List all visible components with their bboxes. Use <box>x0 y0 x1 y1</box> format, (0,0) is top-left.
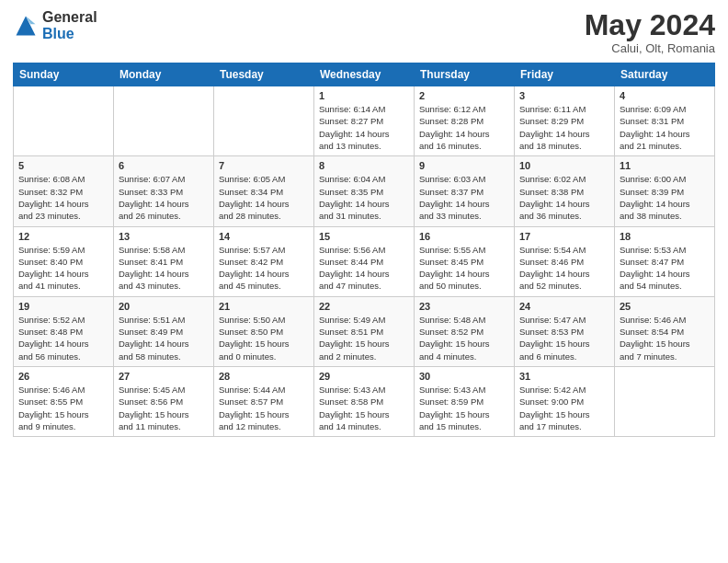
col-friday: Friday <box>515 63 615 86</box>
table-row: 18Sunrise: 5:53 AM Sunset: 8:47 PM Dayli… <box>615 226 715 296</box>
day-info: Sunrise: 5:57 AM Sunset: 8:42 PM Dayligh… <box>219 244 309 293</box>
day-number: 15 <box>319 231 409 242</box>
day-info: Sunrise: 6:09 AM Sunset: 8:31 PM Dayligh… <box>620 103 710 152</box>
table-row: 2Sunrise: 6:12 AM Sunset: 8:28 PM Daylig… <box>415 86 515 156</box>
table-row: 29Sunrise: 5:43 AM Sunset: 8:58 PM Dayli… <box>314 366 415 436</box>
col-saturday: Saturday <box>615 63 715 86</box>
logo-icon <box>13 13 39 39</box>
col-tuesday: Tuesday <box>214 63 314 86</box>
day-info: Sunrise: 5:46 AM Sunset: 8:54 PM Dayligh… <box>620 314 710 362</box>
day-info: Sunrise: 6:11 AM Sunset: 8:29 PM Dayligh… <box>519 103 609 152</box>
logo: General Blue <box>13 9 97 41</box>
calendar-table: Sunday Monday Tuesday Wednesday Thursday… <box>13 63 715 437</box>
day-number: 14 <box>219 231 309 242</box>
day-number: 22 <box>319 301 409 312</box>
day-info: Sunrise: 5:42 AM Sunset: 9:00 PM Dayligh… <box>519 384 609 432</box>
day-number: 31 <box>519 371 609 382</box>
day-number: 6 <box>119 160 209 171</box>
table-row: 3Sunrise: 6:11 AM Sunset: 8:29 PM Daylig… <box>515 86 615 156</box>
day-info: Sunrise: 6:05 AM Sunset: 8:34 PM Dayligh… <box>219 173 309 222</box>
table-row: 15Sunrise: 5:56 AM Sunset: 8:44 PM Dayli… <box>314 226 415 296</box>
calendar-week-2: 5Sunrise: 6:08 AM Sunset: 8:32 PM Daylig… <box>14 156 715 226</box>
day-info: Sunrise: 5:43 AM Sunset: 8:58 PM Dayligh… <box>319 384 409 432</box>
day-info: Sunrise: 5:54 AM Sunset: 8:46 PM Dayligh… <box>519 244 609 293</box>
table-row <box>114 86 214 156</box>
calendar-week-5: 26Sunrise: 5:46 AM Sunset: 8:55 PM Dayli… <box>14 366 715 436</box>
table-row: 25Sunrise: 5:46 AM Sunset: 8:54 PM Dayli… <box>615 296 715 366</box>
day-number: 10 <box>519 160 609 171</box>
logo-text: General Blue <box>42 9 97 41</box>
day-info: Sunrise: 5:45 AM Sunset: 8:56 PM Dayligh… <box>119 384 209 432</box>
day-number: 7 <box>219 160 309 171</box>
day-number: 28 <box>219 371 309 382</box>
day-info: Sunrise: 5:47 AM Sunset: 8:53 PM Dayligh… <box>519 314 609 362</box>
table-row: 14Sunrise: 5:57 AM Sunset: 8:42 PM Dayli… <box>214 226 314 296</box>
day-info: Sunrise: 5:48 AM Sunset: 8:52 PM Dayligh… <box>419 314 509 362</box>
day-number: 16 <box>419 231 509 242</box>
table-row: 5Sunrise: 6:08 AM Sunset: 8:32 PM Daylig… <box>14 156 114 226</box>
table-row: 12Sunrise: 5:59 AM Sunset: 8:40 PM Dayli… <box>14 226 114 296</box>
day-info: Sunrise: 6:12 AM Sunset: 8:28 PM Dayligh… <box>419 103 509 152</box>
table-row <box>615 366 715 436</box>
col-wednesday: Wednesday <box>314 63 415 86</box>
table-row: 31Sunrise: 5:42 AM Sunset: 9:00 PM Dayli… <box>515 366 615 436</box>
table-row: 20Sunrise: 5:51 AM Sunset: 8:49 PM Dayli… <box>114 296 214 366</box>
day-info: Sunrise: 5:51 AM Sunset: 8:49 PM Dayligh… <box>119 314 209 362</box>
day-info: Sunrise: 5:55 AM Sunset: 8:45 PM Dayligh… <box>419 244 509 293</box>
day-number: 30 <box>419 371 509 382</box>
table-row: 17Sunrise: 5:54 AM Sunset: 8:46 PM Dayli… <box>515 226 615 296</box>
day-info: Sunrise: 5:59 AM Sunset: 8:40 PM Dayligh… <box>18 244 108 293</box>
svg-marker-0 <box>17 16 36 35</box>
day-number: 27 <box>119 371 209 382</box>
month-title: May 2024 <box>585 9 715 41</box>
day-number: 4 <box>620 90 710 101</box>
day-number: 18 <box>620 231 710 242</box>
table-row: 19Sunrise: 5:52 AM Sunset: 8:48 PM Dayli… <box>14 296 114 366</box>
day-number: 2 <box>419 90 509 101</box>
day-number: 1 <box>319 90 409 101</box>
table-row: 30Sunrise: 5:43 AM Sunset: 8:59 PM Dayli… <box>415 366 515 436</box>
day-info: Sunrise: 5:44 AM Sunset: 8:57 PM Dayligh… <box>219 384 309 432</box>
day-info: Sunrise: 6:03 AM Sunset: 8:37 PM Dayligh… <box>419 173 509 222</box>
table-row: 13Sunrise: 5:58 AM Sunset: 8:41 PM Dayli… <box>114 226 214 296</box>
table-row: 21Sunrise: 5:50 AM Sunset: 8:50 PM Dayli… <box>214 296 314 366</box>
table-row: 27Sunrise: 5:45 AM Sunset: 8:56 PM Dayli… <box>114 366 214 436</box>
page: General Blue May 2024 Calui, Olt, Romani… <box>0 0 728 563</box>
day-number: 8 <box>319 160 409 171</box>
day-number: 9 <box>419 160 509 171</box>
day-info: Sunrise: 5:53 AM Sunset: 8:47 PM Dayligh… <box>620 244 710 293</box>
table-row: 28Sunrise: 5:44 AM Sunset: 8:57 PM Dayli… <box>214 366 314 436</box>
calendar-week-4: 19Sunrise: 5:52 AM Sunset: 8:48 PM Dayli… <box>14 296 715 366</box>
calendar-week-3: 12Sunrise: 5:59 AM Sunset: 8:40 PM Dayli… <box>14 226 715 296</box>
logo-blue-text: Blue <box>42 26 97 42</box>
day-info: Sunrise: 5:56 AM Sunset: 8:44 PM Dayligh… <box>319 244 409 293</box>
day-info: Sunrise: 6:08 AM Sunset: 8:32 PM Dayligh… <box>18 173 108 222</box>
day-info: Sunrise: 6:00 AM Sunset: 8:39 PM Dayligh… <box>620 173 710 222</box>
day-info: Sunrise: 6:04 AM Sunset: 8:35 PM Dayligh… <box>319 173 409 222</box>
table-row: 10Sunrise: 6:02 AM Sunset: 8:38 PM Dayli… <box>515 156 615 226</box>
day-number: 26 <box>18 371 108 382</box>
title-block: May 2024 Calui, Olt, Romania <box>585 9 715 55</box>
table-row: 22Sunrise: 5:49 AM Sunset: 8:51 PM Dayli… <box>314 296 415 366</box>
day-number: 12 <box>18 231 108 242</box>
calendar-header-row: Sunday Monday Tuesday Wednesday Thursday… <box>14 63 715 86</box>
day-number: 17 <box>519 231 609 242</box>
day-info: Sunrise: 6:14 AM Sunset: 8:27 PM Dayligh… <box>319 103 409 152</box>
day-number: 23 <box>419 301 509 312</box>
table-row: 6Sunrise: 6:07 AM Sunset: 8:33 PM Daylig… <box>114 156 214 226</box>
day-number: 24 <box>519 301 609 312</box>
day-number: 5 <box>18 160 108 171</box>
location-subtitle: Calui, Olt, Romania <box>585 41 715 55</box>
day-info: Sunrise: 5:49 AM Sunset: 8:51 PM Dayligh… <box>319 314 409 362</box>
header: General Blue May 2024 Calui, Olt, Romani… <box>13 9 715 55</box>
table-row: 11Sunrise: 6:00 AM Sunset: 8:39 PM Dayli… <box>615 156 715 226</box>
table-row: 4Sunrise: 6:09 AM Sunset: 8:31 PM Daylig… <box>615 86 715 156</box>
day-number: 29 <box>319 371 409 382</box>
day-number: 3 <box>519 90 609 101</box>
table-row: 16Sunrise: 5:55 AM Sunset: 8:45 PM Dayli… <box>415 226 515 296</box>
day-info: Sunrise: 6:02 AM Sunset: 8:38 PM Dayligh… <box>519 173 609 222</box>
table-row: 8Sunrise: 6:04 AM Sunset: 8:35 PM Daylig… <box>314 156 415 226</box>
col-sunday: Sunday <box>14 63 114 86</box>
col-monday: Monday <box>114 63 214 86</box>
day-number: 21 <box>219 301 309 312</box>
